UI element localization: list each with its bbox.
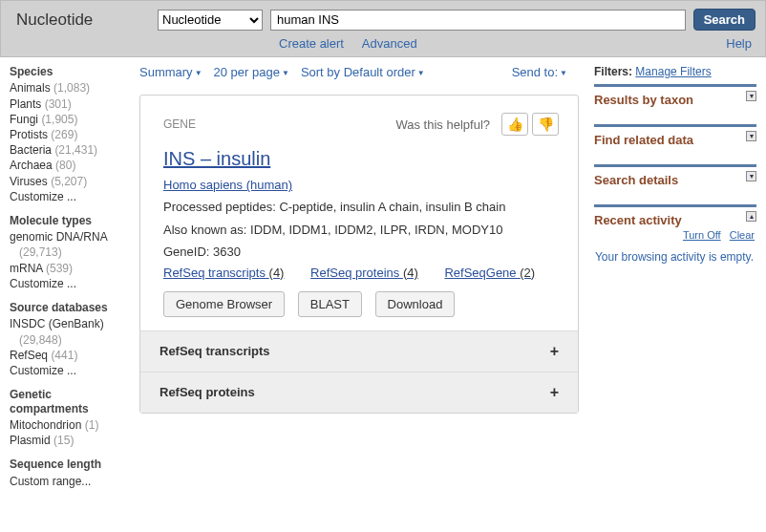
collapse-toggle[interactable]: ▾ (746, 131, 756, 141)
expander-refseq-transcripts[interactable]: RefSeq transcripts + (140, 330, 578, 372)
manage-filters-link[interactable]: Manage Filters (635, 65, 711, 78)
chevron-down-icon: ▼ (560, 69, 567, 77)
chevron-down-icon: ▼ (417, 69, 425, 77)
refseq-proteins-link[interactable]: RefSeq proteins (4) (310, 266, 418, 280)
refseq-links-row: RefSeq transcripts (4) RefSeq proteins (… (163, 266, 559, 280)
gene-summary-card: GENE Was this helpful? 👍 👎 INS – insulin… (139, 95, 579, 414)
gene-badge: GENE (163, 117, 196, 131)
site-logo: Nucleotide (16, 11, 150, 30)
activity-empty-message: Your browsing activity is empty. (594, 250, 755, 264)
collapse-toggle[interactable]: ▾ (746, 171, 756, 181)
sort-menu[interactable]: Sort by Default order▼ (301, 65, 425, 79)
search-button[interactable]: Search (693, 9, 755, 31)
expander-refseq-proteins[interactable]: RefSeq proteins + (140, 372, 578, 413)
thumbs-up-button[interactable]: 👍 (501, 113, 528, 136)
results-column: Summary▼ 20 per page▼ Sort by Default or… (134, 65, 585, 499)
search-row: Nucleotide Nucleotide Search (16, 9, 755, 31)
facet-title: Molecule types (10, 214, 128, 227)
search-details-box: Search details ▾ (594, 164, 756, 197)
facet-item[interactable]: Plasmid (15) (10, 433, 128, 448)
gene-id: GeneID: 3630 (163, 243, 559, 262)
send-to-menu[interactable]: Send to:▼ (512, 65, 567, 79)
facet-item[interactable]: Animals (1,083) (10, 80, 128, 96)
per-page-menu[interactable]: 20 per page▼ (214, 65, 289, 79)
results-toolbar: Summary▼ 20 per page▼ Sort by Default or… (139, 65, 579, 79)
facet-title: Source databases (10, 301, 128, 314)
results-by-taxon-box: Results by taxon ▾ (594, 84, 756, 117)
facet-item[interactable]: Fungi (1,905) (10, 112, 128, 127)
chevron-down-icon: ▼ (282, 69, 289, 77)
collapse-toggle[interactable]: ▾ (746, 91, 756, 101)
facet-item[interactable]: Protists (269) (10, 127, 128, 142)
recent-activity-box: Recent activity ▴ Turn Off Clear Your br… (594, 204, 756, 273)
chevron-down-icon: ▼ (195, 69, 202, 77)
facet-item[interactable]: mRNA (539) (10, 261, 128, 276)
create-alert-link[interactable]: Create alert (279, 36, 344, 51)
thumbs-down-button[interactable]: 👎 (532, 113, 559, 136)
clear-link[interactable]: Clear (730, 229, 755, 241)
facet-item[interactable]: Custom range... (10, 474, 128, 489)
right-column: Filters: Manage Filters Results by taxon… (585, 65, 756, 499)
top-bar: Nucleotide Nucleotide Search Create aler… (0, 0, 766, 57)
plus-icon: + (550, 343, 559, 360)
filters-header: Filters: Manage Filters (594, 65, 756, 78)
thumbs-down-icon: 👎 (538, 117, 554, 132)
thumbs-up-icon: 👍 (507, 117, 523, 132)
customize-link[interactable]: Customize ... (10, 363, 128, 378)
facet-item[interactable]: Bacteria (21,431) (10, 142, 128, 158)
find-related-data-box: Find related data ▾ (594, 124, 756, 157)
help-link[interactable]: Help (726, 36, 752, 51)
facet-item[interactable]: Archaea (80) (10, 158, 128, 173)
organism-link[interactable]: Homo sapiens (human) (163, 178, 292, 192)
facet-item[interactable]: RefSeq (441) (10, 348, 128, 363)
advanced-link[interactable]: Advanced (362, 36, 417, 51)
facet-title: Genetic compartments (10, 388, 128, 415)
facet-sidebar: Species Animals (1,083) Plants (301) Fun… (10, 65, 134, 499)
collapse-toggle[interactable]: ▴ (746, 211, 756, 222)
main-area: Species Animals (1,083) Plants (301) Fun… (0, 57, 766, 508)
plus-icon: + (550, 384, 559, 401)
facet-title: Sequence length (10, 458, 128, 471)
download-button[interactable]: Download (375, 291, 456, 317)
facet-item[interactable]: genomic DNA/RNA (29,713) (10, 229, 128, 260)
facet-item[interactable]: INSDC (GenBank) (29,848) (10, 316, 128, 347)
refseq-transcripts-link[interactable]: RefSeq transcripts (4) (163, 266, 284, 280)
refseqgene-link[interactable]: RefSeqGene (2) (444, 266, 535, 280)
facet-title: Species (10, 65, 128, 78)
sub-row: Create alert Advanced Help (16, 36, 755, 51)
also-known-as: Also known as: IDDM, IDDM1, IDDM2, ILPR,… (163, 221, 559, 240)
turn-off-link[interactable]: Turn Off (683, 229, 721, 241)
helpful-label: Was this helpful? (395, 117, 490, 132)
genome-browser-button[interactable]: Genome Browser (163, 291, 285, 317)
display-format-menu[interactable]: Summary▼ (139, 65, 202, 79)
gene-title-link[interactable]: INS – insulin (163, 145, 270, 172)
blast-button[interactable]: BLAST (298, 291, 362, 317)
facet-item[interactable]: Viruses (5,207) (10, 174, 128, 189)
facet-item[interactable]: Mitochondrion (1) (10, 417, 128, 433)
search-input[interactable] (270, 10, 686, 31)
facet-item[interactable]: Plants (301) (10, 96, 128, 112)
processed-peptides: Processed peptides: C-peptide, insulin A… (163, 198, 559, 217)
customize-link[interactable]: Customize ... (10, 189, 128, 204)
database-select[interactable]: Nucleotide (158, 10, 263, 31)
customize-link[interactable]: Customize ... (10, 276, 128, 291)
